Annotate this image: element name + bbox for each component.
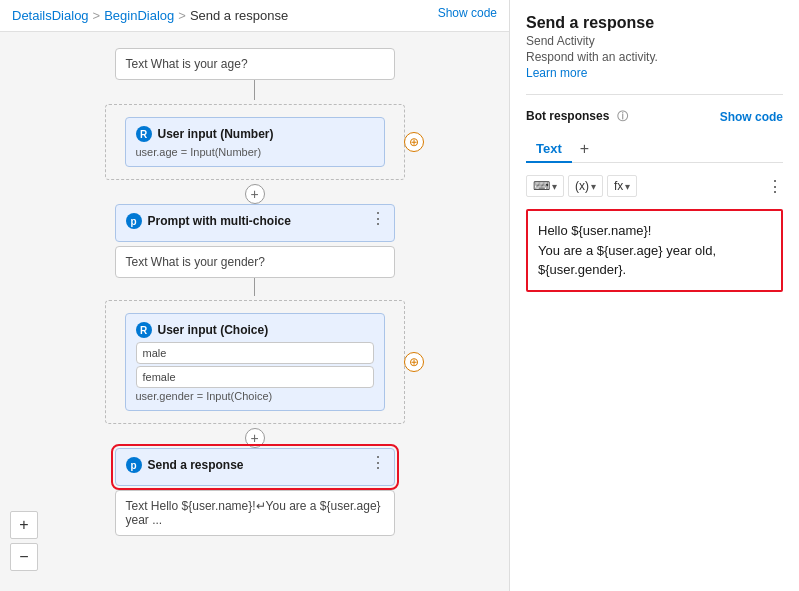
branch-connector-right-2[interactable]: ⊕ [404,352,424,372]
user-input-choice-node[interactable]: R User input (Choice) male female user.g… [125,313,385,411]
toolbar-more-button[interactable]: ⋮ [767,177,783,196]
connector-1 [254,80,255,100]
flow-canvas: Text What is your age? R User input (Num… [0,32,509,586]
fx-chevron: ▾ [625,181,630,192]
breadcrumb: DetailsDialog > BeginDialog > Send a res… [0,0,509,32]
toolbar-keyboard-btn[interactable]: ⌨ ▾ [526,175,564,197]
text-age-node[interactable]: Text What is your age? [115,48,395,80]
tab-add-button[interactable]: + [572,136,597,162]
choice-male[interactable]: male [136,342,374,364]
show-code-link[interactable]: Show code [720,110,783,124]
prompt-multichoice-more[interactable]: ⋮ [370,211,386,227]
tabs-row: Text + [526,136,783,163]
user-input-choice-sub: user.gender = Input(Choice) [136,390,374,402]
prompt-multichoice-wrapper: p Prompt with multi-choice ⋮ Text What i… [105,204,405,278]
panel-title: Send a response [526,14,783,32]
toolbar-variable-btn[interactable]: (x) ▾ [568,175,603,197]
connector-plus-2[interactable]: + [245,428,265,448]
divider-1 [526,94,783,95]
user-input-number-sub: user.age = Input(Number) [136,146,374,158]
variable-chevron: ▾ [591,181,596,192]
breadcrumb-details-dialog[interactable]: DetailsDialog [12,8,89,23]
breadcrumb-current: Send a response [190,8,288,23]
breadcrumb-begin-dialog[interactable]: BeginDialog [104,8,174,23]
tab-text[interactable]: Text [526,136,572,163]
user-input-number-title: R User input (Number) [136,126,374,142]
toolbar-left: ⌨ ▾ (x) ▾ fx ▾ [526,175,637,197]
text-age-content: Text What is your age? [126,57,248,71]
panel-description: Respond with an activity. [526,50,783,64]
bot-responses-label-row: Bot responses ⓘ Show code [526,109,783,124]
send-response-wrapper: p Send a response ⋮ Text Hello ${user.na… [105,448,405,536]
keyboard-chevron: ▾ [552,181,557,192]
show-code-button[interactable]: Show code [438,6,497,20]
user-input-number-icon: R [136,126,152,142]
user-input-number-branch: R User input (Number) user.age = Input(N… [105,104,405,180]
user-input-choice-icon: R [136,322,152,338]
zoom-in-button[interactable]: + [10,511,38,539]
prompt-multichoice-node[interactable]: p Prompt with multi-choice ⋮ [115,204,395,242]
choice-female[interactable]: female [136,366,374,388]
send-response-more[interactable]: ⋮ [370,455,386,471]
panel-subtitle: Send Activity [526,34,783,48]
send-response-text[interactable]: Text Hello ${user.name}!↵You are a ${use… [115,490,395,536]
bot-responses-info-icon: ⓘ [617,110,628,122]
prompt-multichoice-text[interactable]: Text What is your gender? [115,246,395,278]
connector-2 [254,278,255,296]
prompt-multichoice-icon: p [126,213,142,229]
send-response-node[interactable]: p Send a response ⋮ [115,448,395,486]
response-text-area[interactable]: Hello ${user.name}! You are a ${user.age… [526,209,783,292]
branch-connector-right-1[interactable]: ⊕ [404,132,424,152]
user-input-number-node[interactable]: R User input (Number) user.age = Input(N… [125,117,385,167]
zoom-out-button[interactable]: − [10,543,38,571]
fx-icon: fx [614,179,623,193]
variable-icon: (x) [575,179,589,193]
learn-more-link[interactable]: Learn more [526,66,783,80]
keyboard-icon: ⌨ [533,179,550,193]
send-response-icon: p [126,457,142,473]
flow-panel: DetailsDialog > BeginDialog > Send a res… [0,0,510,591]
toolbar-fx-btn[interactable]: fx ▾ [607,175,637,197]
user-input-choice-branch: R User input (Choice) male female user.g… [105,300,405,424]
toolbar-row: ⌨ ▾ (x) ▾ fx ▾ ⋮ [526,171,783,201]
right-panel: Send a response Send Activity Respond wi… [510,0,799,591]
connector-plus-1[interactable]: + [245,184,265,204]
bot-responses-label: Bot responses ⓘ [526,109,628,124]
zoom-controls: + − [10,511,38,571]
